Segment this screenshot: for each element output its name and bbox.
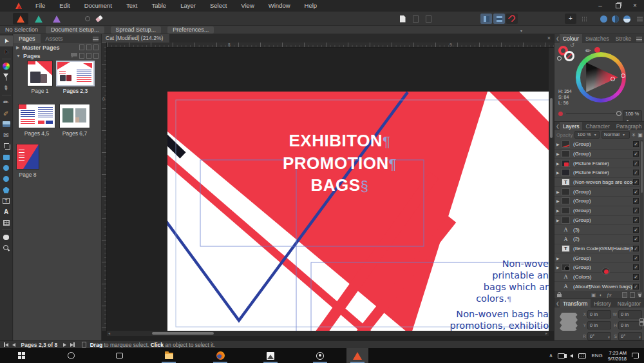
ellipse-tool[interactable]	[0, 162, 13, 173]
last-page-button[interactable]	[70, 342, 75, 347]
menu-file[interactable]: File	[28, 0, 52, 12]
scroll-right-icon[interactable]: ▸	[545, 331, 547, 336]
network-icon[interactable]	[558, 353, 565, 358]
delete-layer-icon[interactable]	[638, 293, 642, 297]
colour-wheel[interactable]	[576, 52, 626, 103]
photos-button[interactable]	[260, 348, 281, 363]
tab-pages[interactable]: Pages	[14, 34, 41, 43]
colour-picker-tool[interactable]	[0, 61, 13, 72]
layer-row[interactable]: ▶(Group)✓	[554, 216, 640, 226]
file-explorer-button[interactable]	[158, 348, 180, 363]
zoom-tool[interactable]	[0, 242, 13, 253]
visibility-checkbox[interactable]: ✓	[633, 246, 639, 251]
layer-row[interactable]: T(Item Code|GSM|Handle|Size)✓	[554, 244, 640, 254]
tab-navigator[interactable]: Navigator	[614, 299, 644, 308]
layer-row[interactable]: ▶(Group)✓	[554, 150, 640, 159]
tab-assets[interactable]: Assets	[41, 34, 68, 43]
anchor-point-selector[interactable]	[560, 313, 578, 331]
visibility-checkbox[interactable]: ✓	[633, 189, 639, 195]
document-tab[interactable]: Cat [Modified] (214.2%)	[102, 34, 169, 43]
shear-field[interactable]: 0°▾	[618, 332, 642, 340]
expand-icon[interactable]: ▶	[556, 208, 562, 213]
protect-alpha-icon[interactable]: ▣	[638, 132, 643, 138]
table-tool[interactable]	[0, 217, 13, 228]
expand-icon[interactable]: ▶	[556, 142, 562, 146]
pencil-tool[interactable]: ✎	[0, 108, 13, 119]
mask-icon[interactable]: ▣	[591, 292, 596, 298]
visibility-checkbox[interactable]: ✓	[633, 198, 639, 204]
stroke-swatch[interactable]	[564, 51, 574, 61]
swap-colours-icon[interactable]: ↺	[570, 43, 574, 48]
expand-icon[interactable]: ▶	[556, 265, 562, 270]
customize-toolbar-button[interactable]	[634, 14, 644, 24]
rotation-field[interactable]: 0°▾	[587, 332, 611, 340]
layer-row[interactable]: ▶(Picture Frame)✓	[554, 168, 640, 178]
visibility-checkbox[interactable]: ✓	[633, 217, 639, 223]
snapping-toggle[interactable]	[506, 14, 518, 24]
layer-row[interactable]: ▶(Group)✓	[554, 263, 640, 273]
artistic-text-tool[interactable]: A	[0, 206, 13, 217]
node-tool[interactable]: ➤	[0, 46, 13, 57]
tab-colour[interactable]: Colour	[560, 34, 582, 43]
layer-row[interactable]: ▶(Group)✓	[554, 140, 640, 150]
vector-crop-tool[interactable]	[0, 141, 13, 152]
page-thumbnail-label[interactable]: Pages 2,3	[57, 88, 93, 94]
tab-layers[interactable]: Layers	[560, 122, 583, 130]
pixel-grid-toggle[interactable]	[578, 14, 590, 24]
tab-paragraph[interactable]: Paragraph	[613, 122, 644, 130]
layer-row[interactable]: A(3)✓	[554, 225, 640, 235]
photo-persona-button[interactable]	[49, 13, 64, 25]
page-thumbnail-label[interactable]: Pages 4,5	[19, 130, 55, 137]
noise-opacity-icon[interactable]	[558, 112, 563, 116]
frame-text-tool[interactable]: T	[0, 195, 13, 206]
new-document-button[interactable]	[397, 14, 408, 24]
target-app-button[interactable]	[309, 348, 331, 363]
shape-tool[interactable]	[0, 184, 13, 195]
layers-scrollbar[interactable]	[640, 140, 643, 291]
menu-document[interactable]: Document	[77, 0, 119, 12]
visibility-checkbox[interactable]: ✓	[633, 179, 639, 185]
split-view-button[interactable]	[609, 14, 621, 24]
page-thumbnail-8[interactable]	[17, 144, 39, 169]
move-tool[interactable]: ➤	[0, 35, 13, 46]
outline-view-button[interactable]	[621, 14, 632, 24]
scrollbar-thumb[interactable]	[152, 332, 214, 335]
collapse-arrow-icon[interactable]: ▼	[16, 54, 21, 58]
tab-transform[interactable]: Transform	[560, 299, 591, 308]
duplicate-page-icon[interactable]	[86, 53, 91, 59]
affinity-publisher-taskbar-button[interactable]	[346, 348, 368, 363]
task-view-button[interactable]	[108, 348, 130, 363]
collapse-panel-icon[interactable]: ❮	[554, 34, 560, 43]
y-field[interactable]: 0 in	[587, 321, 611, 329]
tab-character[interactable]: Character	[582, 122, 612, 130]
expand-icon[interactable]: ▶	[556, 152, 562, 156]
menu-edit[interactable]: Edit	[52, 0, 77, 12]
visibility-checkbox[interactable]: ✓	[633, 227, 639, 233]
rounded-rectangle-tool[interactable]	[0, 173, 13, 184]
picture-frame-rectangle-tool[interactable]: ✉	[0, 130, 13, 141]
clock[interactable]: 7:23 AM 9/7/2018	[608, 350, 627, 362]
layer-row[interactable]: A(About¶Non Woven bags)✓	[554, 282, 640, 291]
delete-page-icon[interactable]	[93, 53, 99, 59]
page-thumbnail-label[interactable]: Page 1	[28, 88, 52, 94]
body-text-frame[interactable]: Non-wove printable an bags which ar colo…	[296, 258, 549, 331]
layer-row[interactable]: ▶(Picture Frame)✓	[554, 159, 640, 168]
visibility-checkbox[interactable]: ✓	[633, 208, 639, 213]
hue-handle-icon[interactable]	[621, 74, 625, 78]
fx-icon[interactable]: ƒx	[607, 292, 612, 298]
panel-menu-icon[interactable]	[636, 37, 642, 41]
tab-swatches[interactable]: Swatches	[582, 34, 612, 43]
menu-window[interactable]: Window	[261, 0, 298, 12]
panel-menu-icon[interactable]	[93, 37, 99, 41]
view-tool[interactable]	[0, 231, 13, 242]
visibility-checkbox[interactable]: ✓	[633, 284, 639, 289]
add-page-icon[interactable]	[79, 53, 84, 59]
link-dimensions-icon[interactable]	[639, 318, 643, 326]
collapse-panel-icon[interactable]: ❮	[554, 299, 560, 308]
rows-view-toggle[interactable]	[493, 14, 505, 24]
page-thumbnail-1[interactable]	[28, 61, 52, 86]
opacity-slider-handle[interactable]	[616, 111, 621, 116]
expand-icon[interactable]: ▶	[556, 161, 562, 166]
scrollbar-thumb[interactable]	[641, 141, 643, 193]
no-colour-swatch-icon[interactable]	[557, 56, 562, 61]
